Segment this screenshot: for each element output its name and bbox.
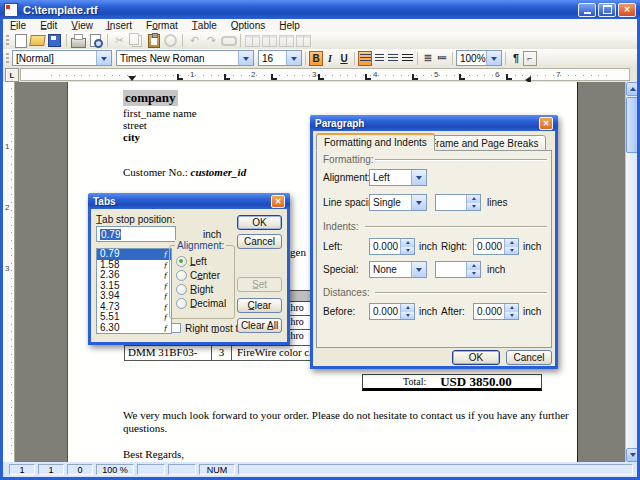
spin-up[interactable]: [505, 304, 518, 312]
app-icon[interactable]: [4, 3, 18, 17]
tab-stop-list[interactable]: 0.79ƒ 1.58ƒ 2.36ƒ 3.15ƒ 3.94ƒ 4.73ƒ 5.51…: [96, 248, 172, 334]
menu-insert[interactable]: I̲nsert: [100, 20, 139, 31]
special-amount-input[interactable]: [435, 261, 481, 278]
cancel-button[interactable]: Cancel: [237, 234, 282, 249]
radio-center-label[interactable]: Ce̲nter: [190, 270, 220, 281]
tab-stop-position-input[interactable]: 0.79: [96, 226, 176, 242]
spin-down[interactable]: [505, 312, 518, 320]
menu-help[interactable]: H̲elp: [272, 20, 307, 31]
field-street[interactable]: street: [123, 119, 147, 131]
close-button[interactable]: ✕: [539, 117, 553, 130]
tab-frame-and-page-breaks[interactable]: Frame and Page Breaks: [422, 135, 546, 151]
cancel-button[interactable]: Cancel: [506, 350, 552, 365]
closing-paragraph[interactable]: We very much look forward to your order.…: [123, 409, 573, 435]
cut-button[interactable]: ✂: [111, 33, 128, 48]
alignment-combo[interactable]: Left: [369, 169, 427, 186]
print-button[interactable]: [70, 33, 87, 48]
tab-stop-marker[interactable]: [224, 74, 230, 80]
field-company[interactable]: company: [123, 90, 178, 106]
toolbar-grip[interactable]: [6, 53, 9, 64]
spin-up[interactable]: [401, 239, 414, 247]
right-most-tab-checkbox[interactable]: [171, 323, 181, 333]
tab-stop-marker[interactable]: [506, 74, 512, 80]
new-document-button[interactable]: [12, 33, 29, 48]
spin-up[interactable]: [401, 304, 414, 312]
formatting-marks-button[interactable]: ¶: [509, 51, 523, 66]
tab-stop-marker[interactable]: [365, 74, 371, 80]
before-input[interactable]: 0.000: [369, 303, 415, 320]
table-columns-button[interactable]: [278, 33, 295, 48]
menu-view[interactable]: V̲iew: [64, 20, 100, 31]
list-item[interactable]: 5.51ƒ: [97, 312, 171, 323]
toolbar-grip[interactable]: [6, 35, 9, 46]
spin-down[interactable]: [505, 247, 518, 255]
maximize-button[interactable]: [598, 3, 616, 17]
menu-file[interactable]: F̲ile: [3, 20, 33, 31]
justify-button[interactable]: [400, 51, 414, 66]
list-item[interactable]: 2.36ƒ: [97, 270, 171, 281]
open-button[interactable]: [29, 33, 46, 48]
dropdown-arrow-icon[interactable]: [411, 262, 426, 277]
tab-stop-marker[interactable]: [177, 74, 183, 80]
tab-stop-marker[interactable]: [318, 74, 324, 80]
object-mode-button[interactable]: ⌐: [523, 51, 537, 66]
paragraph-style-combo[interactable]: [Normal]: [12, 50, 112, 66]
radio-decimal-label[interactable]: D̲ecimal: [190, 298, 226, 309]
table-cells-button[interactable]: [295, 33, 312, 48]
customer-line[interactable]: Customer No.: customer_id: [123, 166, 246, 178]
bold-button[interactable]: B: [309, 51, 323, 66]
radio-center[interactable]: [176, 270, 187, 281]
tab-type-selector[interactable]: L: [5, 68, 19, 82]
line-spacing-custom-input[interactable]: [435, 194, 481, 211]
table-rows-button[interactable]: [261, 33, 278, 48]
spin-up[interactable]: [467, 262, 480, 270]
dropdown-arrow-icon[interactable]: [411, 170, 426, 185]
list-item[interactable]: 3.94ƒ: [97, 291, 171, 302]
dropdown-arrow-icon[interactable]: [286, 51, 301, 65]
spin-down[interactable]: [401, 312, 414, 320]
spin-up[interactable]: [467, 195, 480, 203]
font-name-combo[interactable]: Times New Roman: [116, 50, 254, 66]
dropdown-arrow-icon[interactable]: [486, 51, 501, 65]
spin-down[interactable]: [467, 270, 480, 278]
set-button[interactable]: S̲et: [237, 277, 282, 292]
line-spacing-combo[interactable]: Single: [369, 194, 427, 211]
field-name[interactable]: first_name name: [123, 107, 197, 119]
tab-stop-marker[interactable]: [412, 74, 418, 80]
align-left-button[interactable]: [358, 51, 372, 66]
dropdown-arrow-icon[interactable]: [238, 51, 253, 65]
radio-left-label[interactable]: L̲eft: [190, 256, 207, 267]
after-input[interactable]: 0.000: [473, 303, 519, 320]
list-item[interactable]: 0.79ƒ: [97, 249, 171, 260]
field-city[interactable]: city: [123, 131, 140, 143]
indent-right-input[interactable]: 0.000: [473, 238, 519, 255]
radio-left[interactable]: [176, 256, 187, 267]
format-paint-button[interactable]: [162, 33, 179, 48]
radio-right-label[interactable]: R̲ight: [190, 284, 213, 295]
spin-up[interactable]: [505, 239, 518, 247]
radio-decimal[interactable]: [176, 298, 187, 309]
close-button[interactable]: ✕: [271, 195, 285, 208]
align-right-button[interactable]: [386, 51, 400, 66]
close-button[interactable]: ✕: [618, 3, 636, 17]
copy-button[interactable]: [128, 33, 145, 48]
spin-down[interactable]: [401, 247, 414, 255]
minimize-button[interactable]: [578, 3, 596, 17]
dropdown-arrow-icon[interactable]: [411, 195, 426, 210]
menu-table[interactable]: T̲able: [185, 20, 224, 31]
hyperlink-button[interactable]: [220, 33, 237, 48]
radio-right[interactable]: [176, 284, 187, 295]
clear-button[interactable]: C̲lear: [237, 298, 282, 313]
ok-button[interactable]: OK: [237, 215, 282, 230]
clear-all-button[interactable]: Clear A̲ll: [237, 318, 282, 333]
undo-button[interactable]: ↶: [186, 33, 203, 48]
italic-button[interactable]: I: [323, 51, 337, 66]
redo-button[interactable]: ↷: [203, 33, 220, 48]
font-size-combo[interactable]: 16: [258, 50, 302, 66]
insert-table-button[interactable]: [244, 33, 261, 48]
spin-down[interactable]: [467, 203, 480, 211]
menu-options[interactable]: O̲ptions: [224, 20, 272, 31]
menu-format[interactable]: Fo̲rmat: [139, 20, 185, 31]
underline-button[interactable]: U: [337, 51, 351, 66]
align-center-button[interactable]: [372, 51, 386, 66]
